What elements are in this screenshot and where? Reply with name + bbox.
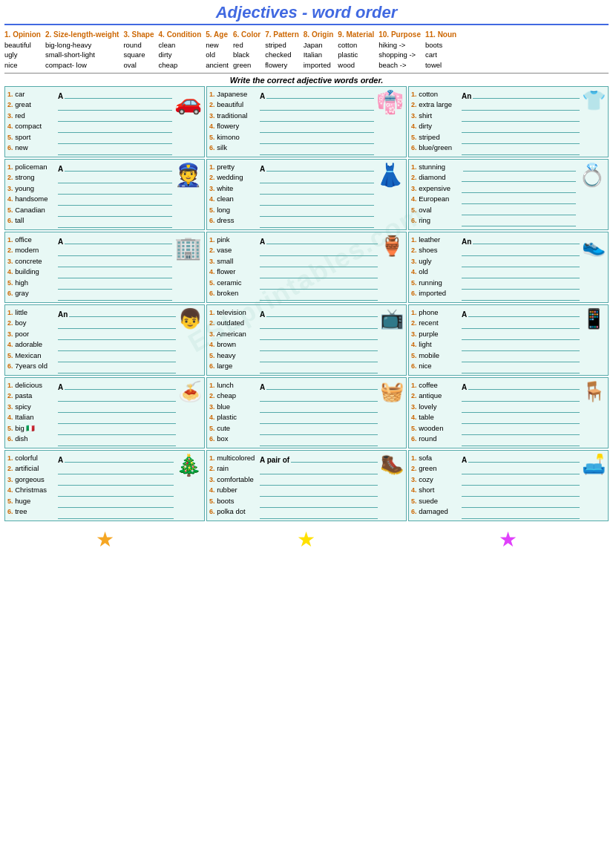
ex11-words: 1. television 2. outdated 3. American 4.… [209, 307, 258, 372]
exercise-17: 1. multicolored 2. rain 3. comfortable 4… [206, 450, 407, 521]
exercise-6: 1. stunning 2. diamond 3. expensive 4. E… [408, 159, 609, 230]
page: ESLprintables.com Adjectives - word orde… [0, 0, 613, 558]
cat-condition: 4. Condition cleandirtycheap [159, 30, 202, 71]
exercise-1: 1. car 2. great 3. red 4. compact 5. spo… [4, 86, 205, 157]
ex8-img: 🏺 [380, 235, 404, 258]
ex11-img: 📺 [380, 307, 404, 330]
ex5-words: 1. pretty 2. wedding 3. white 4. clean 5… [209, 162, 258, 226]
ex18-img: 🛋️ [582, 453, 606, 476]
ex14-words: 1. lunch 2. cheap 3. blue 4. plastic 5. … [209, 380, 258, 445]
exercise-14: 1. lunch 2. cheap 3. blue 4. plastic 5. … [206, 377, 407, 448]
ex4-words: 1. policeman 2. strong 3. young 4. hands… [7, 162, 56, 226]
exercise-16: 1. colorful 2. artificial 3. gorgeous 4.… [4, 450, 205, 521]
exercise-2: 1. Japanese 2. beautiful 3. traditional … [206, 86, 407, 157]
exercise-10: 1. little 2. boy 3. poor 4. adorable 5. … [4, 304, 205, 376]
ex1-words: 1. car 2. great 3. red 4. compact 5. spo… [7, 89, 56, 154]
ex8-words: 1. pink 2. vase 3. small 4. flower 5. ce… [209, 235, 258, 299]
ex15-img: 🪑 [582, 380, 606, 403]
ex7-words: 1. office 2. modern 3. concrete 4. build… [7, 235, 56, 299]
ex15-words: 1. coffee 2. antique 3. lovely 4. table … [411, 380, 459, 445]
ex14-img: 🧺 [380, 380, 404, 403]
exercise-5: 1. pretty 2. wedding 3. white 4. clean 5… [206, 159, 407, 230]
star-2: ★ [297, 527, 315, 552]
exercise-11: 1. television 2. outdated 3. American 4.… [206, 304, 407, 376]
ex16-img: 🎄 [176, 453, 202, 477]
ex12-words: 1. phone 2. recent 3. purple 4. light 5.… [411, 307, 459, 372]
cat-shape: 3. Shape roundsquareoval [123, 30, 154, 71]
ex13-words: 1. delicious 2. pasta 3. spicy 4. Italia… [7, 380, 56, 445]
ex17-img: 🥾 [380, 453, 404, 476]
cat-color: 6. Color redblackgreen [233, 30, 260, 71]
exercise-8: 1. pink 2. vase 3. small 4. flower 5. ce… [206, 232, 407, 303]
ex13-img: 🍝 [178, 380, 202, 403]
exercise-13: 1. delicious 2. pasta 3. spicy 4. Italia… [4, 377, 205, 448]
instruction: Write the correct adjective words order. [4, 76, 609, 85]
ex2-img: 👘 [376, 89, 404, 115]
page-title: Adjectives - word order [4, 3, 609, 25]
ex9-words: 1. leather 2. shoes 3. ugly 4. old 5. ru… [411, 235, 459, 299]
exercise-15: 1. coffee 2. antique 3. lovely 4. table … [408, 377, 609, 448]
ex16-words: 1. colorful 2. artificial 3. gorgeous 4.… [7, 453, 56, 518]
ex6-img: 💍 [578, 162, 606, 188]
cat-pattern: 7. Pattern stripedcheckedflowery [265, 30, 299, 71]
exercise-3: 1. cotton 2. extra large 3. shirt 4. dir… [408, 86, 609, 157]
ex9-img: 👟 [582, 235, 606, 258]
exercise-9: 1. leather 2. shoes 3. ugly 4. old 5. ru… [408, 232, 609, 303]
ex18-words: 1. sofa 2. green 3. cozy 4. short 5. sue… [411, 453, 459, 518]
ex10-img: 👦 [178, 307, 202, 330]
ex5-img: 👗 [376, 162, 404, 188]
cat-age: 5. Age newoldancient [206, 30, 229, 71]
ex17-words: 1. multicolored 2. rain 3. comfortable 4… [209, 453, 258, 518]
ex4-img: 👮 [174, 162, 202, 188]
ex3-words: 1. cotton 2. extra large 3. shirt 4. dir… [411, 89, 459, 154]
footer: ★ ★ ★ [4, 524, 609, 555]
star-1: ★ [96, 527, 114, 552]
ex10-words: 1. little 2. boy 3. poor 4. adorable 5. … [7, 307, 56, 372]
ex12-img: 📱 [582, 307, 606, 330]
exercise-7: 1. office 2. modern 3. concrete 4. build… [4, 232, 205, 303]
exercise-4: 1. policeman 2. strong 3. young 4. hands… [4, 159, 205, 230]
ex6-words: 1. stunning 2. diamond 3. expensive 4. E… [411, 162, 459, 226]
exercises-grid: 1. car 2. great 3. red 4. compact 5. spo… [4, 86, 609, 521]
star-3: ★ [499, 527, 517, 552]
categories-row: 1. Opinion beautifuluglynice 2. Size-len… [4, 28, 609, 74]
exercise-12: 1. phone 2. recent 3. purple 4. light 5.… [408, 304, 609, 376]
cat-material: 9. Material cottonplasticwood [338, 30, 374, 71]
cat-origin: 8. Origin JapanItalianimported [304, 30, 334, 71]
cat-size: 2. Size-length-weight big-long-heavysmal… [45, 30, 119, 71]
ex7-img: 🏢 [174, 235, 202, 261]
cat-opinion: 1. Opinion beautifuluglynice [4, 30, 41, 71]
cat-noun: 11. Noun bootscarttowel [425, 30, 456, 71]
cat-purpose: 10. Purpose hiking ->shopping ->beach -> [378, 30, 421, 71]
ex2-words: 1. Japanese 2. beautiful 3. traditional … [209, 89, 258, 154]
ex3-img: 👕 [582, 89, 606, 112]
ex1-img: 🚗 [174, 89, 202, 115]
exercise-18: 1. sofa 2. green 3. cozy 4. short 5. sue… [408, 450, 609, 521]
